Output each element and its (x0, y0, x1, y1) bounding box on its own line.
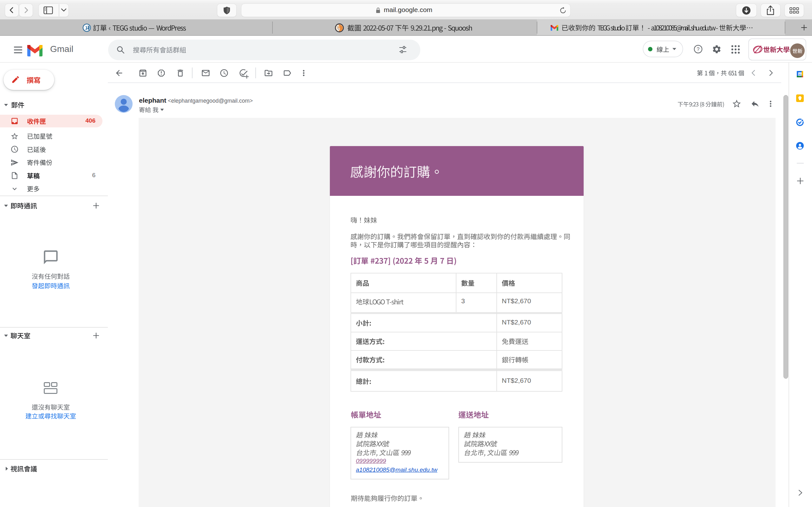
svg-text:?: ? (697, 47, 700, 52)
svg-text:31: 31 (798, 72, 802, 76)
